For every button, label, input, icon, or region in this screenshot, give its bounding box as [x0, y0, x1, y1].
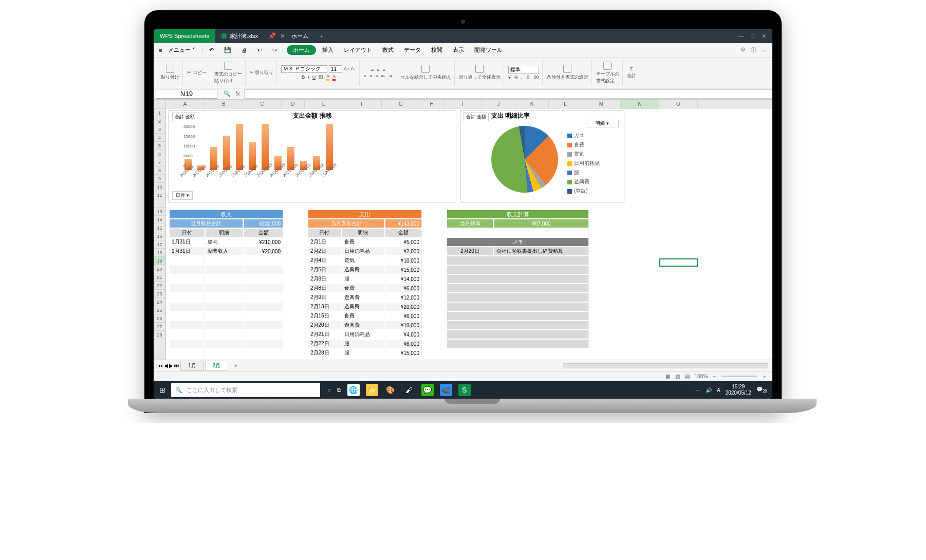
- indent-inc-icon[interactable]: ⇥: [388, 73, 393, 79]
- font-size[interactable]: [329, 65, 342, 73]
- font-grow-icon[interactable]: A↑: [344, 66, 349, 71]
- h-scrollbar[interactable]: [563, 363, 768, 368]
- qat-save-icon[interactable]: 💾: [220, 46, 235, 54]
- menu-dropdown[interactable]: メニュー ˅: [164, 45, 199, 55]
- table-format-icon[interactable]: [603, 62, 612, 70]
- add-sheet-icon[interactable]: ＋: [229, 362, 243, 369]
- clock[interactable]: 15:292020/05/12: [726, 384, 751, 396]
- cortana-icon[interactable]: ○: [327, 387, 331, 393]
- file-tab[interactable]: 家計簿.xlsx: [215, 32, 264, 40]
- sheet-tab-2[interactable]: 2月: [205, 361, 229, 371]
- row-headers[interactable]: 1234567891011131415161718192021222324252…: [154, 100, 166, 360]
- qat-print-icon[interactable]: 🖨: [237, 46, 251, 54]
- menu-devtools[interactable]: 開発ツール: [470, 45, 507, 55]
- fx-icon[interactable]: 🔍 fx: [219, 90, 244, 97]
- collapse-ribbon-icon[interactable]: ︿: [762, 46, 767, 54]
- qat-redo-icon[interactable]: ↪: [268, 46, 281, 54]
- chart-date-filter[interactable]: 日付 ▾: [172, 191, 193, 200]
- wrap-icon[interactable]: [475, 65, 484, 73]
- app-icon-2[interactable]: 🖌: [403, 384, 415, 396]
- tab-nav-next-icon[interactable]: ▶: [169, 363, 173, 368]
- window-minimize-icon[interactable]: —: [738, 33, 744, 40]
- pie-chart[interactable]: 合計:金額 支出 明細比率 明細 ▾ ガス食費電気日用消耗品服遊興費(空白): [460, 110, 624, 202]
- wps-icon[interactable]: S: [458, 384, 471, 396]
- comma-icon[interactable]: ,: [521, 74, 523, 80]
- app-icon-1[interactable]: 🎨: [384, 384, 397, 396]
- tab-pin-icon[interactable]: 📌: [268, 32, 276, 40]
- zoom-out-icon[interactable]: −: [713, 374, 716, 379]
- copy-button[interactable]: ✂ コピー: [187, 69, 207, 76]
- view-page-icon[interactable]: ▥: [675, 374, 680, 379]
- wechat-icon[interactable]: 💬: [421, 384, 434, 396]
- font-color-icon[interactable]: A: [332, 74, 336, 81]
- sheet-tab-1[interactable]: 1月: [180, 361, 204, 371]
- start-icon[interactable]: ⊞: [154, 386, 171, 394]
- bold-icon[interactable]: B: [302, 74, 305, 80]
- underline-icon[interactable]: U: [312, 74, 316, 80]
- number-format[interactable]: [508, 66, 539, 73]
- currency-icon[interactable]: ¥: [508, 74, 511, 80]
- italic-icon[interactable]: I: [308, 74, 309, 80]
- volume-icon[interactable]: 🔊: [706, 387, 712, 393]
- pie-legend-filter[interactable]: 明細 ▾: [586, 120, 619, 127]
- dec-inc-icon[interactable]: .0: [526, 74, 530, 80]
- bar-chart[interactable]: 合計:金額 支出金額 推移 20000150001000050000 2020/…: [169, 110, 456, 202]
- indent-dec-icon[interactable]: ⇤: [381, 73, 385, 79]
- menu-view[interactable]: 表示: [449, 45, 468, 55]
- qat-back-icon[interactable]: ↶: [205, 46, 218, 54]
- align-mid-icon[interactable]: ≡: [377, 67, 379, 72]
- zoom-icon[interactable]: 📹: [440, 384, 452, 396]
- tray-up-icon[interactable]: ︿: [695, 386, 700, 394]
- align-right-icon[interactable]: ≡: [376, 73, 378, 79]
- align-center-icon[interactable]: ≡: [369, 73, 372, 79]
- window-maximize-icon[interactable]: □: [751, 33, 754, 40]
- settings-icon[interactable]: ⚙: [740, 46, 746, 54]
- menu-formula[interactable]: 数式: [378, 45, 398, 55]
- fill-color-icon[interactable]: A: [326, 74, 329, 81]
- tab-nav-first-icon[interactable]: ⏮: [158, 363, 163, 368]
- taskbar-search[interactable]: 🔍 ここに入力して検索: [171, 383, 320, 397]
- font-shrink-icon[interactable]: A↓: [351, 66, 357, 71]
- cut-button[interactable]: ✂ 切り取り: [250, 69, 274, 76]
- zoom-in-icon[interactable]: ＋: [762, 373, 767, 380]
- menu-insert[interactable]: 挿入: [318, 45, 338, 55]
- format-painter-icon[interactable]: [224, 62, 232, 70]
- tab-nav-prev-icon[interactable]: ◀: [164, 363, 168, 368]
- ime-icon[interactable]: A: [717, 387, 720, 393]
- view-normal-icon[interactable]: ▦: [665, 374, 670, 379]
- menu-home[interactable]: ホーム: [287, 45, 316, 55]
- align-bot-icon[interactable]: ≡: [383, 67, 385, 72]
- cond-format-icon[interactable]: [563, 65, 571, 73]
- help-icon[interactable]: ⓘ: [751, 46, 756, 54]
- percent-icon[interactable]: %: [514, 74, 518, 80]
- selected-cell[interactable]: [659, 258, 698, 267]
- paste-icon[interactable]: [166, 65, 174, 73]
- column-headers[interactable]: ABCDEFGHIJKLMNO: [166, 100, 772, 109]
- taskview-icon[interactable]: ⧉: [337, 387, 341, 394]
- sum-icon[interactable]: Σ: [630, 66, 633, 71]
- menu-review[interactable]: 校閲: [427, 45, 447, 55]
- home-tab[interactable]: ホーム: [285, 32, 314, 40]
- chrome-icon[interactable]: 🌐: [347, 384, 360, 396]
- border-icon[interactable]: 田: [319, 74, 323, 81]
- notification-icon[interactable]: 💬20: [756, 386, 767, 394]
- menu-data[interactable]: データ: [400, 45, 425, 55]
- window-close-icon[interactable]: ✕: [762, 33, 766, 40]
- font-select[interactable]: [281, 65, 327, 73]
- qat-undo-icon[interactable]: ↩: [253, 46, 266, 54]
- menu-icon[interactable]: ≡: [159, 47, 162, 53]
- cells-area[interactable]: 合計:金額 支出金額 推移 20000150001000050000 2020/…: [166, 109, 772, 360]
- menu-layout[interactable]: レイアウト: [340, 45, 376, 55]
- align-top-icon[interactable]: ≡: [371, 67, 374, 72]
- view-break-icon[interactable]: ▤: [685, 374, 690, 379]
- dec-dec-icon[interactable]: .00: [532, 74, 539, 80]
- cell-reference[interactable]: [156, 89, 217, 99]
- tab-nav-last-icon[interactable]: ⏭: [174, 363, 179, 368]
- merge-icon[interactable]: [421, 65, 430, 73]
- tab-close-icon[interactable]: ✕: [280, 32, 285, 40]
- align-left-icon[interactable]: ≡: [364, 73, 366, 79]
- explorer-icon[interactable]: 📁: [366, 384, 378, 396]
- formula-input[interactable]: [244, 89, 772, 99]
- new-tab-icon[interactable]: ＋: [319, 32, 325, 41]
- zoom-slider[interactable]: [721, 376, 757, 377]
